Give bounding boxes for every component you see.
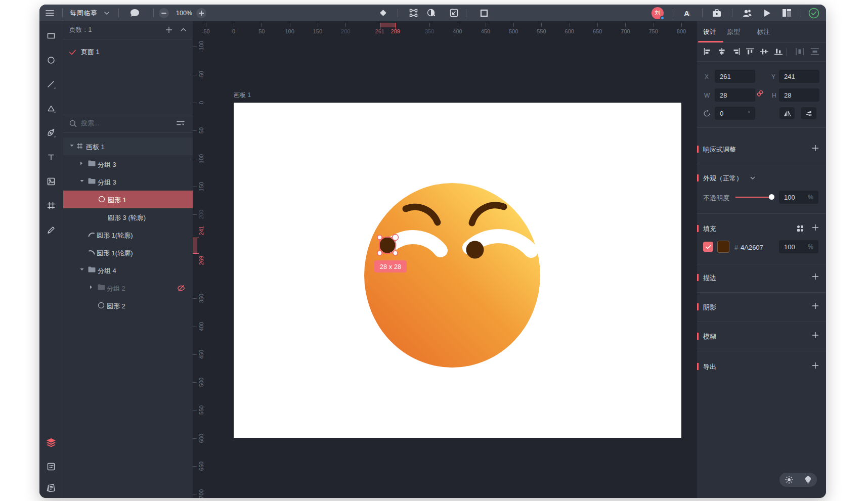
caret-right-icon[interactable] xyxy=(80,161,83,165)
align-h-center-icon[interactable] xyxy=(718,48,726,55)
tool-brush[interactable] xyxy=(41,221,61,239)
y-input[interactable]: 241 xyxy=(779,70,819,83)
tool-line[interactable] xyxy=(41,75,61,94)
flip-horizontal-button[interactable] xyxy=(779,107,795,119)
add-page-button[interactable] xyxy=(165,26,172,33)
distribute-h-icon[interactable] xyxy=(796,48,804,55)
align-v-center-icon[interactable] xyxy=(760,48,768,55)
tool-rect[interactable] xyxy=(41,27,61,45)
saved-status-icon[interactable] xyxy=(808,5,820,21)
menu-button[interactable] xyxy=(44,5,56,21)
layout-grid-icon[interactable] xyxy=(780,5,793,21)
tool-pen[interactable] xyxy=(41,124,61,142)
opacity-input[interactable]: 100% xyxy=(779,191,818,204)
frame-crop-icon[interactable] xyxy=(407,5,419,21)
fill-enabled-checkbox[interactable] xyxy=(703,242,713,252)
face-circle[interactable] xyxy=(364,183,540,368)
link-dimensions-icon[interactable] xyxy=(756,89,764,97)
collapse-pages-icon[interactable] xyxy=(181,28,186,31)
hidden-eye-icon[interactable] xyxy=(177,285,185,292)
search-icon xyxy=(69,120,77,127)
tool-image[interactable] xyxy=(41,172,61,191)
tool-frame[interactable] xyxy=(41,197,61,215)
circle-icon xyxy=(98,196,105,203)
ruler-label: 241 xyxy=(198,220,204,241)
layer-row[interactable]: 圆形 1(轮廓) xyxy=(63,244,193,261)
ruler-tick xyxy=(193,187,197,187)
opacity-slider-knob[interactable] xyxy=(769,194,774,200)
comment-icon[interactable] xyxy=(128,5,141,21)
flip-vertical-button[interactable] xyxy=(801,107,816,119)
fill-color-swatch[interactable] xyxy=(717,241,729,253)
share-icon[interactable] xyxy=(741,5,753,21)
emoji-face[interactable] xyxy=(193,21,697,498)
add-export-button[interactable] xyxy=(812,362,819,369)
font-tool-icon[interactable]: AA xyxy=(682,5,694,21)
play-button[interactable] xyxy=(761,5,773,21)
zoom-out-button[interactable] xyxy=(159,5,169,21)
fill-opacity-input[interactable]: 100% xyxy=(779,240,818,253)
layer-row[interactable]: 圆形 3 (轮廓) xyxy=(63,208,193,226)
caret-down-icon[interactable] xyxy=(70,144,74,147)
h-input[interactable]: 28 xyxy=(779,88,819,102)
layer-row[interactable]: 分组 2 xyxy=(63,279,193,297)
align-left-icon[interactable] xyxy=(704,48,712,55)
align-bottom-icon[interactable] xyxy=(774,48,783,55)
opacity-slider-track[interactable] xyxy=(735,197,772,198)
caret-right-icon[interactable] xyxy=(90,285,93,289)
layer-row[interactable]: 分组 3 xyxy=(63,173,193,191)
fill-grid-icon[interactable] xyxy=(797,225,804,232)
appearance-section: 外观（正常） xyxy=(697,171,826,185)
layer-row[interactable]: 圆形 2 xyxy=(63,297,193,314)
x-input[interactable]: 261 xyxy=(715,70,755,83)
avatar[interactable]: 刘 xyxy=(652,5,664,21)
chevron-down-icon[interactable] xyxy=(750,176,755,179)
canvas[interactable]: 画板 1 xyxy=(193,21,697,498)
ruler-label: 650 xyxy=(198,456,204,476)
add-blur-button[interactable] xyxy=(812,332,819,339)
docs-button[interactable] xyxy=(41,479,61,497)
layer-row[interactable]: 圆形 1 xyxy=(63,191,193,208)
fill-hex-value[interactable]: 4A2607 xyxy=(741,244,763,251)
layer-row[interactable]: 画板 1 xyxy=(63,138,193,155)
page-item[interactable]: 页面 1 xyxy=(63,44,193,60)
layers-button[interactable] xyxy=(41,433,61,451)
right-eye[interactable] xyxy=(466,241,484,259)
ruler-tick xyxy=(193,438,197,439)
add-shadow-button[interactable] xyxy=(812,302,819,309)
tool-polygon[interactable] xyxy=(41,100,61,118)
scale-tool-icon[interactable] xyxy=(448,5,460,21)
distribute-v-icon[interactable] xyxy=(811,48,819,55)
layer-row[interactable]: 圆形 1(轮廓) xyxy=(63,226,193,244)
tab-annotate[interactable]: 标注 xyxy=(757,21,770,42)
caret-down-icon[interactable] xyxy=(80,268,84,271)
zoom-level[interactable]: 100% xyxy=(173,5,195,21)
align-top-icon[interactable] xyxy=(746,48,754,55)
chevron-down-icon[interactable] xyxy=(103,5,110,21)
caret-down-icon[interactable] xyxy=(80,179,84,183)
board-button[interactable] xyxy=(41,458,61,476)
shape-tool-icon[interactable] xyxy=(377,5,389,21)
w-input[interactable]: 28 xyxy=(715,88,755,102)
separator xyxy=(62,9,63,17)
add-fill-button[interactable] xyxy=(812,224,819,231)
layer-row[interactable]: 分组 3 xyxy=(63,155,193,173)
light-mode-icon[interactable] xyxy=(785,476,793,484)
zoom-in-button[interactable] xyxy=(196,5,206,21)
layer-row[interactable]: 分组 4 xyxy=(63,261,193,279)
search-bar[interactable]: 搜索... xyxy=(63,114,193,132)
filter-icon[interactable] xyxy=(177,120,185,126)
plugin-icon[interactable] xyxy=(711,5,723,21)
tab-design[interactable]: 设计 xyxy=(703,21,716,42)
dark-mode-icon[interactable] xyxy=(805,476,811,484)
tool-text[interactable] xyxy=(41,148,61,166)
tab-prototype[interactable]: 原型 xyxy=(727,21,740,42)
add-responsive-button[interactable] xyxy=(812,145,819,152)
component-tool-icon[interactable] xyxy=(478,5,490,21)
tool-ellipse[interactable] xyxy=(41,51,61,69)
align-right-icon[interactable] xyxy=(732,48,740,55)
mask-tool-icon[interactable] xyxy=(425,5,438,21)
rotation-input[interactable]: 0° xyxy=(715,107,755,120)
document-title[interactable]: 每周临摹 xyxy=(70,5,97,21)
add-stroke-button[interactable] xyxy=(812,273,819,280)
